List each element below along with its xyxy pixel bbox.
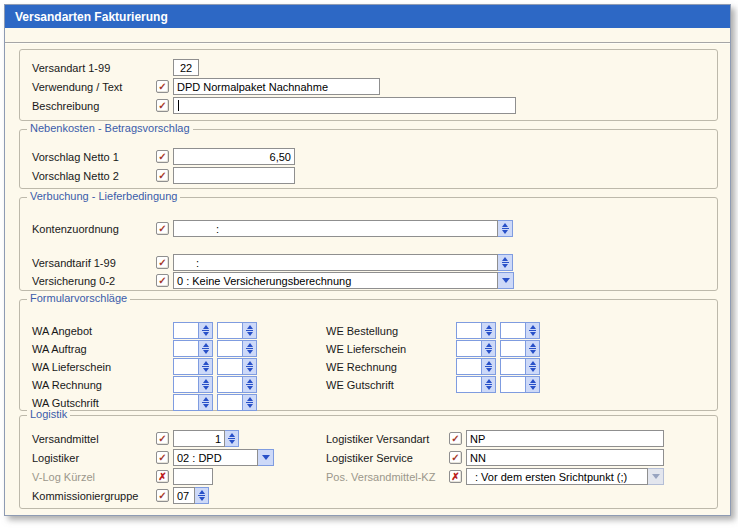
spinner-up-icon <box>530 379 536 383</box>
spinner-input[interactable] <box>173 394 199 411</box>
verwendung-input[interactable]: DPD Normalpaket Nachnahme <box>173 78 380 95</box>
versicherung-dropdown-button[interactable] <box>498 272 514 289</box>
spinner-input[interactable] <box>173 376 199 393</box>
spinner-input[interactable] <box>217 340 243 357</box>
kommissioniergruppe-input[interactable]: 07 <box>173 487 195 504</box>
spinner-down-icon <box>229 440 235 444</box>
netto1-input[interactable]: 6,50 <box>173 148 295 165</box>
versandmittel-spinner-button[interactable] <box>225 430 239 447</box>
logistiker-versandart-input[interactable]: NP <box>466 430 664 447</box>
spinner-divider <box>202 402 209 403</box>
spinner-divider <box>246 366 253 367</box>
spinner-button[interactable] <box>482 322 496 339</box>
spinner-button[interactable] <box>482 376 496 393</box>
spinner-input[interactable] <box>500 340 526 357</box>
spinner-down-icon <box>203 332 209 336</box>
wa-gutschrift-label: WA Gutschrift <box>32 397 156 409</box>
versandart-label: Versandart 1-99 <box>32 62 156 74</box>
versandart-input[interactable]: 22 <box>173 59 199 76</box>
spinner-button[interactable] <box>482 358 496 375</box>
kommissioniergruppe-spinner-button[interactable] <box>195 487 209 504</box>
row-verwendung: Verwendung / Text ✓ DPD Normalpaket Nach… <box>32 78 380 95</box>
spinner-button[interactable] <box>199 322 213 339</box>
check-icon[interactable]: ✓ <box>449 451 462 464</box>
spinner-button[interactable] <box>243 358 257 375</box>
form-spinner-pair <box>456 322 496 339</box>
spinner-button[interactable] <box>243 394 257 411</box>
spinner-input[interactable] <box>173 358 199 375</box>
logistiker-dropdown-button[interactable] <box>258 449 274 466</box>
row-netto2: Vorschlag Netto 2 ✓ <box>32 167 295 184</box>
spinner-input[interactable] <box>173 322 199 339</box>
spinner-up-icon <box>247 379 253 383</box>
spinner-input[interactable] <box>217 358 243 375</box>
spinner-input[interactable] <box>456 340 482 357</box>
row-logistiker-versandart: Logistiker Versandart ✓ NP <box>326 430 664 447</box>
dropdown-arrow-icon <box>652 474 660 479</box>
form-spinner-pair <box>173 358 213 375</box>
verwendung-label: Verwendung / Text <box>32 81 156 93</box>
spinner-input[interactable] <box>217 394 243 411</box>
spinner-input[interactable] <box>217 322 243 339</box>
spinner-button[interactable] <box>243 322 257 339</box>
spinner-input[interactable] <box>173 340 199 357</box>
check-icon[interactable]: ✓ <box>156 99 169 112</box>
check-icon[interactable]: ✓ <box>156 222 169 235</box>
versandtarif-spinner-button[interactable] <box>498 254 513 271</box>
spinner-button[interactable] <box>199 394 213 411</box>
spinner-input[interactable] <box>500 322 526 339</box>
spinner-input[interactable] <box>500 358 526 375</box>
spinner-button[interactable] <box>526 376 540 393</box>
netto2-input[interactable] <box>173 167 295 184</box>
row-we-bestellung: WE Bestellung <box>326 322 540 339</box>
x-icon[interactable]: ✗ <box>449 470 462 483</box>
spinner-button[interactable] <box>482 340 496 357</box>
kontenzuordnung-input[interactable]: : <box>173 220 498 237</box>
check-icon[interactable]: ✓ <box>156 274 169 287</box>
spinner-button[interactable] <box>243 376 257 393</box>
check-icon[interactable]: ✓ <box>156 451 169 464</box>
spinner-divider <box>485 384 492 385</box>
spinner-divider <box>485 330 492 331</box>
spinner-down-icon <box>203 404 209 408</box>
spinner-button[interactable] <box>526 340 540 357</box>
spinner-down-icon <box>530 386 536 390</box>
spinner-down-icon <box>247 386 253 390</box>
check-icon[interactable]: ✓ <box>449 432 462 445</box>
check-icon[interactable]: ✓ <box>156 489 169 502</box>
spinner-input[interactable] <box>456 358 482 375</box>
logistiker-service-input[interactable]: NN <box>466 449 664 466</box>
x-icon[interactable]: ✗ <box>156 470 169 483</box>
vlog-input[interactable] <box>173 468 213 485</box>
kontenzuordnung-spinner-button[interactable] <box>498 220 513 237</box>
spinner-divider <box>529 348 536 349</box>
check-icon[interactable]: ✓ <box>156 150 169 163</box>
pos-versandmittel-dropdown-button[interactable] <box>648 468 664 485</box>
logistiker-select[interactable]: 02 : DPD <box>173 449 258 466</box>
form-spinner-pair <box>456 358 496 375</box>
beschreibung-input[interactable] <box>173 97 516 114</box>
spinner-button[interactable] <box>199 358 213 375</box>
versandmittel-input[interactable]: 1 <box>173 430 225 447</box>
spinner-up-icon <box>486 361 492 365</box>
titlebar[interactable]: Versandarten Fakturierung <box>5 5 730 28</box>
spinner-button[interactable] <box>199 340 213 357</box>
check-icon[interactable]: ✓ <box>156 256 169 269</box>
check-icon[interactable]: ✓ <box>156 80 169 93</box>
spinner-down-icon <box>247 350 253 354</box>
spinner-input[interactable] <box>456 376 482 393</box>
spinner-down-icon <box>203 350 209 354</box>
spinner-button[interactable] <box>243 340 257 357</box>
versicherung-select[interactable]: 0 : Keine Versicherungsberechnung <box>173 272 498 289</box>
check-icon[interactable]: ✓ <box>156 432 169 445</box>
spinner-button[interactable] <box>526 322 540 339</box>
check-icon[interactable]: ✓ <box>156 169 169 182</box>
spinner-input[interactable] <box>217 376 243 393</box>
spinner-input[interactable] <box>456 322 482 339</box>
versandtarif-input[interactable]: : <box>173 254 498 271</box>
spinner-input[interactable] <box>500 376 526 393</box>
spinner-button[interactable] <box>526 358 540 375</box>
spinner-button[interactable] <box>199 376 213 393</box>
spinner-up-icon <box>530 343 536 347</box>
pos-versandmittel-select[interactable]: : Vor dem ersten Srichtpunkt (;) <box>466 468 648 485</box>
